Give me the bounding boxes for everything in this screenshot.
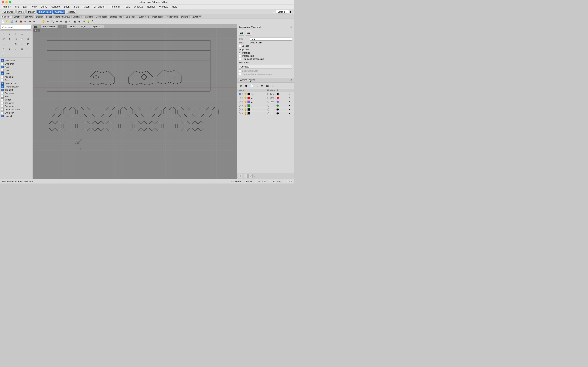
- menu-solid[interactable]: Solid: [73, 5, 80, 8]
- vp-tab-layouts[interactable]: Layouts...: [89, 25, 104, 28]
- tab-drafting[interactable]: Drafting: [180, 15, 190, 18]
- show-grayscale-check[interactable]: [239, 73, 241, 75]
- menu-window[interactable]: Window: [158, 5, 169, 8]
- layer-active-1[interactable]: [239, 97, 241, 99]
- block-tool[interactable]: ▨: [19, 47, 24, 52]
- pipe-tool[interactable]: ⊕: [26, 36, 31, 42]
- menu-rhino[interactable]: Rhino 7: [2, 5, 12, 8]
- layer-row-5[interactable]: ☀ 🏆 L... Conti... ▾: [237, 111, 294, 115]
- tab-setview[interactable]: Set View: [23, 15, 34, 18]
- layer-row-4[interactable]: ☀ 🏆 L... Conti... ▾: [237, 108, 294, 111]
- snap-check-13[interactable]: [1, 102, 4, 104]
- lights-icon[interactable]: 💡: [86, 19, 90, 24]
- layer-icon-1[interactable]: ◈: [239, 83, 243, 88]
- tab-subd-tools[interactable]: SubD Tools: [137, 15, 150, 18]
- cut-icon[interactable]: ✂: [23, 19, 27, 24]
- close-button[interactable]: [2, 1, 4, 3]
- layer-chevron-2[interactable]: ▾: [289, 101, 292, 103]
- tab-curve-tools[interactable]: Curve Tools: [95, 15, 108, 18]
- zoom-icon[interactable]: ⊕: [55, 19, 59, 24]
- tab-transform[interactable]: Transform: [82, 15, 94, 18]
- menu-subd[interactable]: SubD: [63, 5, 71, 8]
- vp-tab-front[interactable]: Front: [67, 25, 78, 28]
- snap-check-2[interactable]: ✓: [1, 66, 4, 68]
- menu-tools[interactable]: Tools: [124, 5, 131, 8]
- layers-gear-icon[interactable]: ⚙: [290, 79, 292, 82]
- paste-icon[interactable]: ⊟: [32, 19, 36, 24]
- vp-tab-perspective[interactable]: Perspective: [40, 25, 57, 28]
- tab-visibility[interactable]: Visibility: [71, 15, 82, 18]
- snap-check-14[interactable]: [1, 105, 4, 108]
- snap-check-15[interactable]: [1, 108, 4, 111]
- tab-select[interactable]: Select: [45, 15, 53, 18]
- snap-check-5[interactable]: [1, 76, 4, 78]
- tab-render-tools[interactable]: Render Tools: [164, 15, 180, 18]
- gridsnap-button[interactable]: Grid Snap: [2, 10, 16, 14]
- layer-chevron-0[interactable]: ▾: [289, 93, 292, 95]
- tab-viewport-layout[interactable]: Viewport Layout: [53, 15, 71, 18]
- maximize-button[interactable]: [9, 1, 11, 3]
- vp-tab-top[interactable]: Top: [58, 25, 67, 28]
- render-icon[interactable]: ◉: [77, 19, 81, 24]
- vp-tab-right[interactable]: Right: [78, 25, 89, 28]
- menu-analyze[interactable]: Analyze: [134, 5, 144, 8]
- zoom-ext-icon[interactable]: 🔍: [50, 19, 54, 24]
- curve-from-mesh[interactable]: ⌒: [26, 47, 31, 52]
- layer-control-circle-4[interactable]: [267, 108, 269, 110]
- history-button[interactable]: History: [66, 10, 77, 14]
- layer-row-3[interactable]: ☀ 🏆 L... Conti... ▾: [237, 104, 294, 108]
- new-icon[interactable]: 📄: [1, 19, 5, 24]
- sphere-tool[interactable]: ⚽: [19, 36, 24, 42]
- parallel-radio[interactable]: [239, 52, 241, 54]
- perspective-radio[interactable]: [239, 55, 241, 57]
- layer-icon-7[interactable]: ?: [270, 83, 275, 88]
- locked-check[interactable]: [239, 45, 241, 47]
- command-input[interactable]: [1, 25, 32, 30]
- point-tool[interactable]: ⊙: [7, 31, 12, 36]
- ortho-button[interactable]: Ortho: [16, 10, 26, 14]
- sidebar-icon[interactable]: ◧: [290, 10, 292, 13]
- copy-icon[interactable]: ⊞: [28, 19, 32, 24]
- shaded-icon[interactable]: ▣: [73, 19, 77, 24]
- snap-check-1[interactable]: [1, 63, 4, 65]
- menu-transform[interactable]: Transform: [108, 5, 121, 8]
- title-input[interactable]: [250, 37, 292, 41]
- snap-check-9[interactable]: ✓: [1, 89, 4, 91]
- snap-check-10[interactable]: [1, 92, 4, 94]
- box-tool[interactable]: ⬡: [13, 36, 18, 42]
- layer-color-4[interactable]: [247, 108, 250, 111]
- mesh-vert-tool[interactable]: ✦: [7, 36, 12, 42]
- rotate-icon[interactable]: ↩: [46, 19, 50, 24]
- layer-control-circle-5[interactable]: [267, 112, 269, 114]
- layer-color-5[interactable]: [247, 112, 250, 115]
- snap-check-12[interactable]: [1, 99, 4, 101]
- layer-active-3[interactable]: [239, 105, 241, 107]
- zoom-area[interactable]: 🔎: [1, 52, 6, 57]
- layer-color-2[interactable]: [247, 100, 250, 103]
- layer-active-2[interactable]: [239, 101, 241, 103]
- layer-icon-2[interactable]: ◉: [244, 83, 249, 88]
- arrow-tool[interactable]: ↖: [1, 31, 6, 36]
- tab-cplanes[interactable]: CPlanes: [12, 15, 23, 18]
- snap-check-4[interactable]: ✓: [1, 72, 4, 75]
- layer-control-circle-3[interactable]: [267, 105, 269, 107]
- two-point-radio[interactable]: [239, 58, 241, 60]
- layer-control-circle-0[interactable]: [267, 93, 269, 95]
- gumball-button[interactable]: Gumball: [53, 10, 65, 14]
- menu-curve[interactable]: Curve: [40, 5, 48, 8]
- dim-tool[interactable]: ↕: [13, 47, 18, 52]
- layer-settings-button[interactable]: ⚙: [249, 174, 252, 178]
- snap-check-8[interactable]: ✓: [1, 85, 4, 88]
- snap-check-6[interactable]: [1, 79, 4, 81]
- tab-surface-tools[interactable]: Surface Tools: [109, 15, 124, 18]
- layer-active-0[interactable]: [239, 93, 241, 95]
- layer-active-5[interactable]: [239, 112, 241, 114]
- snap-check-16[interactable]: [1, 111, 4, 114]
- tab-mesh-tools[interactable]: Mesh Tools: [151, 15, 164, 18]
- print-icon[interactable]: 🖨: [14, 19, 18, 24]
- open-icon[interactable]: 📂: [5, 19, 9, 24]
- wallpaper-dropdown[interactable]: Choose...: [239, 65, 292, 69]
- select-icon[interactable]: ↖: [37, 19, 41, 24]
- snap-check-11[interactable]: [1, 95, 4, 98]
- snap-check-17[interactable]: ✓: [1, 115, 4, 117]
